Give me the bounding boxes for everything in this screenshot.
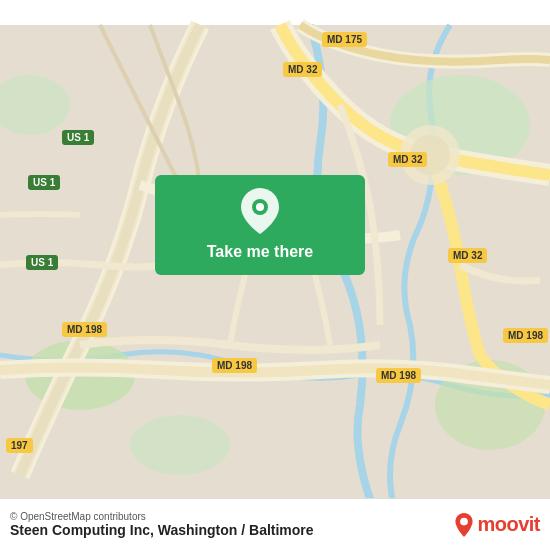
info-left: © OpenStreetMap contributors Steen Compu… — [10, 511, 314, 538]
take-me-there-label: Take me there — [207, 243, 313, 261]
osm-credit: © OpenStreetMap contributors — [10, 511, 314, 522]
svg-point-9 — [256, 203, 264, 211]
svg-point-5 — [130, 415, 230, 475]
moovit-text: moovit — [477, 513, 540, 536]
road-label-md198-center: MD 198 — [212, 358, 257, 373]
info-bar: © OpenStreetMap contributors Steen Compu… — [0, 498, 550, 550]
moovit-logo: moovit — [455, 513, 540, 537]
map-background — [0, 0, 550, 550]
svg-point-10 — [461, 517, 469, 525]
moovit-pin-icon — [455, 513, 473, 537]
road-label-md198-left: MD 198 — [62, 322, 107, 337]
road-label-md32-right: MD 32 — [388, 152, 427, 167]
road-label-md198-far: MD 198 — [503, 328, 548, 343]
road-label-us1-bot: US 1 — [26, 255, 58, 270]
location-title: Steen Computing Inc, Washington / Baltim… — [10, 522, 314, 538]
map-container: US 1 US 1 US 1 MD 32 MD 32 MD 32 MD 198 … — [0, 0, 550, 550]
road-label-md32-top: MD 32 — [283, 62, 322, 77]
road-label-us1-mid: US 1 — [28, 175, 60, 190]
road-label-md198-right: MD 198 — [376, 368, 421, 383]
road-label-md175: MD 175 — [322, 32, 367, 47]
location-pin-icon — [238, 189, 282, 233]
road-label-197: 197 — [6, 438, 33, 453]
take-me-there-container: Take me there — [155, 175, 365, 275]
take-me-there-button[interactable]: Take me there — [155, 175, 365, 275]
road-label-md32-br: MD 32 — [448, 248, 487, 263]
road-label-us1-top: US 1 — [62, 130, 94, 145]
